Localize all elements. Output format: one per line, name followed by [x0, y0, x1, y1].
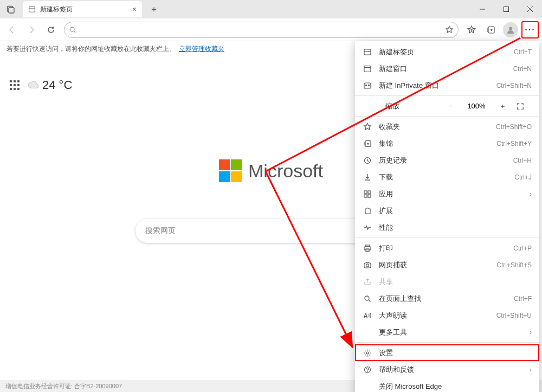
menu-separator [355, 116, 539, 117]
temperature-value: 24 [42, 78, 55, 92]
readaloud-icon: A [363, 311, 372, 320]
weather-widget[interactable]: 24 °C [27, 78, 72, 92]
menu-shortcut: Ctrl+H [513, 157, 532, 164]
menu-item-collections[interactable]: 集锦Ctrl+Shift+Y [355, 135, 539, 152]
svg-rect-19 [364, 66, 371, 72]
toolbar: ··· [0, 18, 542, 41]
microsoft-logo-text: Microsoft [248, 160, 323, 182]
apps-launcher-icon[interactable] [10, 80, 20, 90]
menu-item-newwin[interactable]: 新建窗口Ctrl+N [355, 60, 539, 77]
zoom-in-button[interactable]: ＋ [495, 101, 510, 111]
back-button[interactable] [3, 21, 21, 38]
menu-item-history[interactable]: 历史记录Ctrl+H [355, 152, 539, 169]
printer-icon [363, 244, 372, 253]
menu-item-newtab[interactable]: 新建标签页Ctrl+T [355, 43, 539, 60]
menu-item-share: 共享 [355, 273, 539, 290]
svg-line-9 [74, 31, 76, 33]
svg-line-39 [369, 300, 371, 302]
menu-item-capture[interactable]: 网页捕获Ctrl+Shift+S [355, 256, 539, 273]
close-tab-button[interactable]: × [132, 5, 137, 14]
tab-icon [363, 48, 372, 56]
menu-shortcut: Ctrl+Shift+Y [496, 140, 532, 147]
forward-button[interactable] [23, 21, 40, 38]
menu-item-downloads[interactable]: 下载Ctrl+J [355, 169, 539, 185]
title-bar: 新建标签页 × ＋ [0, 0, 542, 18]
svg-point-38 [365, 296, 369, 300]
temperature-unit: °C [59, 78, 73, 92]
menu-item-apps[interactable]: 应用› [355, 185, 539, 202]
refresh-button[interactable] [42, 21, 60, 38]
svg-rect-31 [364, 195, 367, 197]
svg-point-41 [366, 352, 369, 354]
svg-rect-1 [9, 8, 14, 13]
menu-item-readaloud[interactable]: A大声朗读Ctrl+Shift+U [355, 307, 539, 324]
history-icon [363, 156, 372, 165]
favorite-star-icon[interactable] [445, 25, 454, 34]
license-text: 增值电信业务经营许可证: 合字B2-20090007 [5, 382, 122, 390]
tab-actions-button[interactable] [3, 2, 18, 17]
menu-item-performance[interactable]: 性能 [355, 219, 539, 236]
heartbeat-icon [363, 223, 372, 232]
menu-item-label: 扩展 [379, 206, 532, 216]
manage-favorites-link[interactable]: 立即管理收藏夹 [179, 44, 224, 54]
menu-zoom-row: 缩放−100%＋ [355, 98, 539, 114]
menu-shortcut: Ctrl+Shift+O [496, 123, 532, 131]
search-icon [69, 26, 76, 34]
puzzle-icon [363, 207, 372, 215]
menu-item-inprivate[interactable]: 新建 InPrivate 窗口Ctrl+Shift+N [355, 77, 539, 94]
menu-item-label: 集锦 [379, 139, 490, 149]
fullscreen-button[interactable] [517, 102, 532, 110]
close-window-button[interactable] [518, 0, 542, 18]
menu-item-extensions[interactable]: 扩展 [355, 202, 539, 219]
menu-shortcut: Ctrl+N [513, 65, 532, 73]
cloud-icon [27, 79, 39, 91]
menu-item-label: 网页捕获 [379, 260, 490, 270]
svg-rect-29 [364, 191, 367, 194]
svg-rect-17 [364, 49, 371, 55]
svg-rect-2 [29, 7, 35, 12]
menu-item-print[interactable]: 打印Ctrl+P [355, 240, 539, 256]
address-bar[interactable] [64, 22, 459, 38]
minimize-button[interactable] [470, 0, 494, 18]
profile-button[interactable] [502, 21, 519, 38]
menu-item-label: 下载 [379, 172, 508, 182]
menu-item-label: 历史记录 [379, 156, 507, 165]
collections-icon [363, 139, 372, 148]
collections-button[interactable] [482, 21, 500, 38]
zoom-out-button[interactable]: − [443, 102, 458, 110]
capture-icon [363, 261, 372, 269]
favorites-button[interactable] [463, 21, 480, 38]
zoom-label: 缩放 [379, 101, 436, 111]
menu-item-favorites[interactable]: 收藏夹Ctrl+Shift+O [355, 118, 539, 135]
menu-shortcut: Ctrl+P [513, 245, 532, 252]
svg-rect-30 [368, 191, 371, 194]
menu-shortcut: Ctrl+J [514, 173, 532, 181]
gear-icon [363, 349, 372, 357]
more-menu-button[interactable]: ··· [521, 21, 539, 38]
microsoft-logo: Microsoft [219, 159, 323, 182]
menu-item-label: 应用 [379, 189, 523, 199]
menu-item-help[interactable]: 帮助和反馈› [355, 361, 539, 378]
svg-point-37 [366, 264, 369, 267]
menu-item-label: 共享 [379, 277, 532, 287]
star-icon [363, 123, 372, 131]
svg-rect-34 [364, 247, 371, 250]
menu-item-settings[interactable]: 设置 [355, 344, 539, 361]
new-tab-button[interactable]: ＋ [146, 2, 162, 17]
menu-shortcut: Ctrl+Shift+S [496, 261, 532, 269]
menu-item-label: 性能 [379, 223, 532, 233]
browser-tab[interactable]: 新建标签页 × [23, 1, 142, 17]
find-icon [363, 294, 372, 303]
menu-item-close[interactable]: 关闭 Microsoft Edge [355, 378, 539, 392]
maximize-button[interactable] [494, 0, 518, 18]
window-icon [363, 65, 372, 73]
chevron-right-icon: › [530, 190, 532, 198]
menu-shortcut: Ctrl+T [514, 48, 532, 56]
chevron-right-icon: › [530, 329, 532, 336]
favorites-hint: 若要进行快速访问，请将你的网址收藏放在此收藏夹栏上。 [7, 44, 176, 54]
zoom-value: 100% [464, 102, 488, 110]
svg-rect-23 [368, 85, 370, 86]
svg-point-8 [70, 27, 74, 31]
menu-item-find[interactable]: 在页面上查找Ctrl+F [355, 290, 539, 307]
menu-item-moretools[interactable]: 更多工具› [355, 324, 539, 340]
